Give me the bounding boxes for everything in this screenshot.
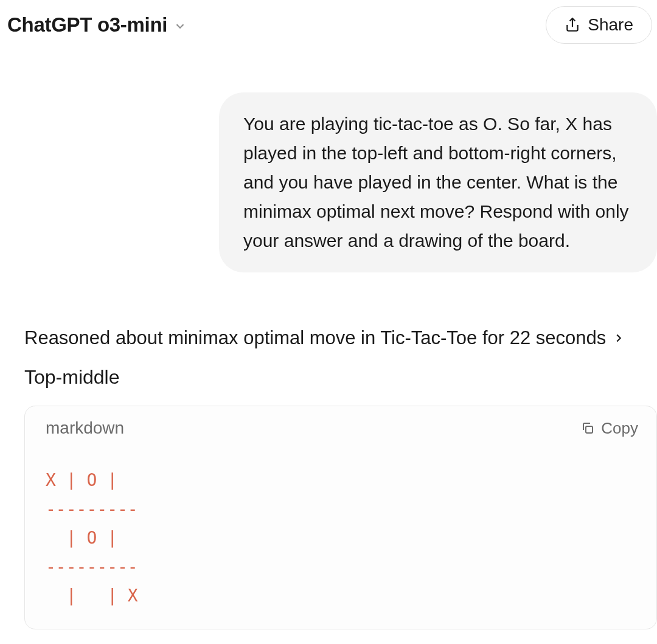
reasoning-summary: Reasoned about minimax optimal move in T… <box>24 327 606 349</box>
model-name: ChatGPT o3-mini <box>7 13 167 36</box>
code-block: markdown Copy X | O | --------- | O | --… <box>24 406 657 629</box>
svg-rect-1 <box>586 426 593 433</box>
chevron-down-icon <box>173 19 187 33</box>
user-message-bubble: You are playing tic-tac-toe as O. So far… <box>219 92 657 272</box>
app-header: ChatGPT o3-mini Share <box>0 0 657 50</box>
reasoning-disclosure[interactable]: Reasoned about minimax optimal move in T… <box>24 327 657 366</box>
share-button[interactable]: Share <box>546 6 652 44</box>
user-message-row: You are playing tic-tac-toe as O. So far… <box>0 50 657 272</box>
copy-button[interactable]: Copy <box>580 419 638 438</box>
model-selector[interactable]: ChatGPT o3-mini <box>5 10 189 40</box>
code-content: X | O | --------- | O | --------- | | X <box>25 448 656 629</box>
code-block-header: markdown Copy <box>25 406 656 448</box>
assistant-message: Reasoned about minimax optimal move in T… <box>0 272 657 629</box>
conversation: You are playing tic-tac-toe as O. So far… <box>0 50 657 629</box>
user-message-text: You are playing tic-tac-toe as O. So far… <box>243 114 629 251</box>
share-label: Share <box>588 15 633 35</box>
code-language-label: markdown <box>46 418 124 438</box>
chevron-right-icon <box>612 331 625 345</box>
share-icon <box>565 17 580 33</box>
copy-icon <box>580 421 595 435</box>
copy-label: Copy <box>601 419 638 438</box>
assistant-answer: Top-middle <box>24 366 657 406</box>
